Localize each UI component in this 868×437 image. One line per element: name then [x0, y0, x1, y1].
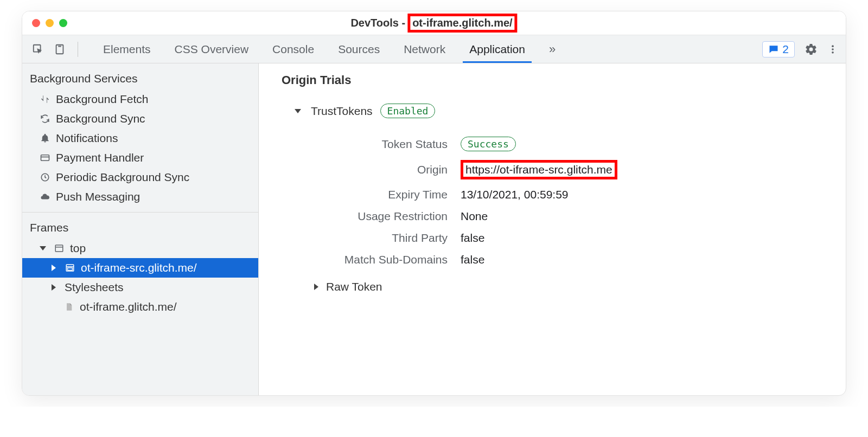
disclosure-triangle-icon	[52, 265, 56, 271]
svg-rect-13	[68, 268, 73, 271]
inspect-element-icon[interactable]	[32, 43, 44, 55]
disclosure-triangle-icon	[314, 284, 318, 290]
window-close-button[interactable]	[32, 19, 40, 27]
background-services-title: Background Services	[22, 70, 258, 89]
sidebar-item-background-fetch[interactable]: Background Fetch	[22, 89, 258, 109]
frames-leaf-item[interactable]: ot-iframe.glitch.me/	[22, 297, 258, 317]
sidebar-item-label: Background Fetch	[56, 93, 148, 106]
frames-top-item[interactable]: top	[22, 239, 258, 258]
value-match-subdomains: false	[461, 253, 484, 266]
trial-header[interactable]: TrustTokens Enabled	[282, 104, 829, 118]
window-title-prefix: DevTools -	[350, 17, 405, 29]
sidebar-item-label: Notifications	[56, 132, 118, 145]
window-minimize-button[interactable]	[46, 19, 54, 27]
value-origin: https://ot-iframe-src.glitch.me	[461, 160, 617, 179]
device-toggle-icon[interactable]	[54, 43, 66, 55]
tabs-overflow-button[interactable]: »	[537, 35, 567, 63]
raw-token-label: Raw Token	[326, 280, 382, 293]
disclosure-triangle-icon	[295, 109, 301, 113]
row-third-party: Third Party false	[282, 227, 829, 249]
sidebar-item-label: Periodic Background Sync	[56, 171, 189, 184]
document-icon	[63, 302, 74, 312]
trial-status-pill: Enabled	[380, 104, 436, 118]
sidebar-item-label: Payment Handler	[56, 151, 144, 164]
frames-top-label: top	[70, 242, 86, 255]
titlebar: DevTools - ot-iframe.glitch.me/	[22, 11, 846, 35]
sidebar-item-push-messaging[interactable]: Push Messaging	[22, 187, 258, 207]
label-token-status: Token Status	[282, 138, 461, 151]
sidebar: Background Services Background Fetch Bac…	[22, 63, 259, 395]
row-origin: Origin https://ot-iframe-src.glitch.me	[282, 156, 829, 184]
toolbar-right: 2	[762, 35, 841, 63]
svg-rect-6	[41, 155, 49, 161]
tab-elements[interactable]: Elements	[91, 35, 163, 63]
kebab-menu-icon[interactable]	[827, 43, 838, 56]
devtools-window: DevTools - ot-iframe.glitch.me/ Elements…	[22, 11, 846, 396]
trial-name: TrustTokens	[311, 105, 373, 118]
message-icon	[768, 44, 779, 55]
raw-token-row[interactable]: Raw Token	[282, 271, 829, 293]
row-expiry-time: Expiry Time 13/10/2021, 00:59:59	[282, 184, 829, 205]
label-expiry-time: Expiry Time	[282, 188, 461, 201]
frames-section: Frames top ot-iframe-src.glitch.me/	[22, 213, 258, 395]
window-title-url: ot-iframe.glitch.me/	[407, 14, 517, 33]
tab-css-overview[interactable]: CSS Overview	[163, 35, 261, 63]
value-token-status: Success	[461, 137, 516, 151]
frames-stylesheets-item[interactable]: Stylesheets	[22, 278, 258, 297]
origin-trials-heading: Origin Trials	[282, 73, 829, 87]
frames-leaf-label: ot-iframe.glitch.me/	[80, 300, 177, 313]
value-third-party: false	[461, 232, 484, 245]
frames-title: Frames	[22, 219, 258, 239]
toolbar-divider	[78, 42, 78, 57]
fetch-icon	[40, 94, 50, 104]
sidebar-item-periodic-background-sync[interactable]: Periodic Background Sync	[22, 168, 258, 187]
toolbar: Elements CSS Overview Console Sources Ne…	[22, 35, 846, 63]
messages-count: 2	[782, 43, 789, 56]
svg-rect-9	[55, 245, 63, 252]
value-usage-restriction: None	[461, 210, 488, 223]
tab-strip: Elements CSS Overview Console Sources Ne…	[91, 35, 567, 63]
credit-card-icon	[40, 153, 50, 163]
window-title: DevTools - ot-iframe.glitch.me/	[350, 14, 517, 33]
main-panel: Origin Trials TrustTokens Enabled Token …	[259, 63, 846, 395]
tab-console[interactable]: Console	[260, 35, 326, 63]
messages-badge[interactable]: 2	[762, 41, 795, 57]
row-token-status: Token Status Success	[282, 132, 829, 156]
settings-icon[interactable]	[805, 43, 818, 56]
sync-icon	[40, 114, 50, 124]
value-expiry-time: 13/10/2021, 00:59:59	[461, 188, 569, 201]
tab-application[interactable]: Application	[457, 35, 537, 63]
label-origin: Origin	[282, 163, 461, 176]
label-match-subdomains: Match Sub-Domains	[282, 253, 461, 266]
row-usage-restriction: Usage Restriction None	[282, 205, 829, 227]
row-match-subdomains: Match Sub-Domains false	[282, 249, 829, 271]
frames-iframe-item[interactable]: ot-iframe-src.glitch.me/	[22, 258, 258, 278]
traffic-lights	[32, 19, 67, 27]
window-maximize-button[interactable]	[59, 19, 67, 27]
svg-point-3	[832, 45, 834, 47]
tab-network[interactable]: Network	[392, 35, 457, 63]
svg-point-4	[832, 48, 834, 50]
cloud-icon	[40, 192, 50, 202]
sidebar-item-background-sync[interactable]: Background Sync	[22, 109, 258, 128]
frames-iframe-label: ot-iframe-src.glitch.me/	[81, 261, 197, 274]
frames-stylesheets-label: Stylesheets	[65, 281, 124, 294]
bell-icon	[40, 133, 50, 143]
sidebar-item-payment-handler[interactable]: Payment Handler	[22, 148, 258, 168]
sidebar-item-label: Push Messaging	[56, 190, 140, 203]
content-area: Background Services Background Fetch Bac…	[22, 63, 846, 395]
iframe-icon	[65, 263, 75, 273]
background-services-section: Background Services Background Fetch Bac…	[22, 63, 258, 213]
svg-point-5	[832, 52, 834, 54]
disclosure-triangle-icon	[40, 246, 46, 250]
label-third-party: Third Party	[282, 232, 461, 245]
label-usage-restriction: Usage Restriction	[282, 210, 461, 223]
toolbar-left	[32, 35, 91, 63]
clock-icon	[40, 172, 50, 182]
tab-sources[interactable]: Sources	[326, 35, 392, 63]
window-icon	[54, 243, 65, 253]
sidebar-item-label: Background Sync	[56, 112, 145, 125]
disclosure-triangle-icon	[52, 284, 56, 291]
sidebar-item-notifications[interactable]: Notifications	[22, 128, 258, 148]
